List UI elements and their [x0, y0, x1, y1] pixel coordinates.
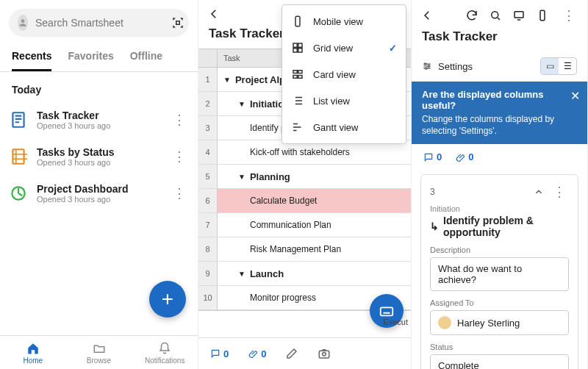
edit-icon[interactable] [285, 347, 298, 360]
tab-recents[interactable]: Recents [12, 50, 51, 71]
home-pane: Recents Favorites Offline Today Task Tra… [0, 0, 198, 369]
nav-browse[interactable]: Browse [66, 336, 132, 369]
tab-offline[interactable]: Offline [130, 50, 162, 71]
grid-row[interactable]: 9▼Launch [198, 262, 411, 286]
settings-label[interactable]: Settings [438, 61, 473, 72]
search-bar[interactable] [9, 9, 189, 37]
desc-value: What do we want to achieve? [438, 263, 561, 285]
comments-button[interactable]: 0 [210, 348, 229, 359]
overflow-icon[interactable]: ⋮ [559, 7, 578, 24]
device-icon[interactable] [536, 9, 549, 22]
file-type-icon [9, 182, 28, 204]
cell-text: Risk Management Plan [250, 244, 341, 254]
view-list-btn[interactable]: ☰ [559, 58, 576, 74]
banner-close-icon[interactable]: ✕ [570, 89, 580, 103]
search-input[interactable] [35, 17, 164, 29]
row-num: 8 [198, 237, 218, 261]
file-sub: Opened 3 hours ago [37, 158, 161, 167]
back-icon[interactable] [420, 9, 434, 22]
avatar[interactable] [18, 15, 28, 31]
file-item[interactable]: Tasks by StatusOpened 3 hours ago⋮ [0, 138, 198, 175]
nav-notifications-label: Notifications [145, 357, 184, 365]
card-pane: ⋮ Task Tracker Settings ▭ ☰ Are the disp… [412, 0, 588, 369]
row-num: 3 [198, 116, 218, 140]
svg-rect-12 [293, 76, 297, 79]
cell-text: Communication Plan [250, 220, 331, 230]
settings-row: Settings ▭ ☰ [412, 51, 587, 82]
card-title: ↳ Identify problem & opportunity [430, 215, 569, 238]
cell-text: Monitor progress [250, 293, 316, 303]
add-fab[interactable]: + [149, 281, 186, 318]
caret-icon[interactable]: ▼ [238, 270, 245, 278]
file-item[interactable]: Project DashboardOpened 3 hours ago⋮ [0, 175, 198, 212]
cell-task[interactable]: ▼Planning [218, 165, 411, 188]
task-card[interactable]: 3 ⋮ Initiation ↳ Identify problem & oppo… [420, 174, 578, 369]
grid-row[interactable]: 5▼Planning [198, 165, 411, 189]
card-sheet-title: Task Tracker [412, 26, 587, 51]
cell-task[interactable]: ▼Launch [218, 262, 411, 285]
grid-row[interactable]: 6Calculate Budget [198, 189, 411, 213]
col-task[interactable]: Task [218, 49, 246, 67]
strip-comments[interactable]: 0 [423, 151, 442, 162]
nav-notifications[interactable]: Notifications [132, 336, 198, 369]
cell-task[interactable]: Communication Plan [218, 213, 411, 237]
present-icon[interactable] [512, 9, 526, 22]
row-num: 9 [198, 262, 218, 285]
bottom-nav: Home Browse Notifications [0, 335, 198, 369]
file-item[interactable]: Task TrackerOpened 3 hours ago⋮ [0, 101, 198, 138]
tab-favorites[interactable]: Favorites [68, 50, 113, 71]
row-num: 4 [198, 140, 218, 164]
file-overflow-icon[interactable]: ⋮ [170, 112, 189, 128]
row-num: 5 [198, 165, 218, 188]
desc-field[interactable]: What do we want to achieve? [430, 257, 569, 291]
view-toggle: ▭ ☰ [540, 57, 577, 75]
view-option-label: Grid view [313, 43, 353, 54]
svg-rect-7 [298, 43, 302, 47]
view-option-label: List view [313, 96, 350, 107]
desc-label: Description [430, 246, 569, 254]
caret-icon[interactable]: ▼ [238, 173, 245, 181]
card-overflow-icon[interactable]: ⋮ [550, 184, 569, 200]
svg-rect-18 [514, 12, 523, 18]
file-name: Tasks by Status [37, 146, 161, 158]
strip-attachments[interactable]: 0 [455, 151, 473, 162]
attachments-button[interactable]: 0 [248, 348, 266, 359]
view-option-list[interactable]: List view [282, 87, 406, 114]
row-num: 7 [198, 213, 218, 237]
camera-icon[interactable] [318, 347, 331, 360]
view-option-gantt[interactable]: Gantt view [282, 114, 406, 140]
file-overflow-icon[interactable]: ⋮ [170, 148, 189, 165]
view-option-label: Card view [313, 69, 356, 80]
view-option-mobile[interactable]: Mobile view [282, 8, 406, 35]
file-sub: Opened 3 hours ago [37, 195, 161, 204]
nav-home-label: Home [23, 357, 43, 365]
view-option-card[interactable]: Card view [282, 61, 406, 87]
nav-home[interactable]: Home [0, 336, 66, 369]
scan-icon[interactable] [171, 16, 184, 29]
settings-icon[interactable] [422, 61, 432, 71]
nav-browse-label: Browse [87, 357, 111, 365]
search-icon[interactable] [489, 9, 502, 22]
grid-row[interactable]: 8Risk Management Plan [198, 237, 411, 262]
status-field[interactable]: Complete [430, 354, 569, 369]
cell-task[interactable]: Risk Management Plan [218, 237, 411, 261]
svg-rect-11 [298, 71, 302, 74]
grid-row[interactable]: 7Communication Plan [198, 213, 411, 237]
view-card-btn[interactable]: ▭ [541, 58, 559, 74]
caret-icon[interactable]: ▼ [238, 100, 245, 108]
strip-comments-count: 0 [437, 151, 442, 162]
caret-icon[interactable]: ▼ [223, 76, 231, 84]
refresh-icon[interactable] [465, 9, 478, 22]
back-icon[interactable] [207, 7, 220, 21]
banner-text: Change the columns displayed by selectin… [422, 114, 577, 137]
attachments-count: 0 [261, 348, 266, 359]
svg-point-0 [21, 19, 25, 23]
file-type-icon [9, 109, 28, 131]
view-option-grid[interactable]: Grid view✓ [282, 35, 406, 61]
cell-task[interactable]: Calculate Budget [218, 189, 411, 212]
file-list: Task TrackerOpened 3 hours ago⋮Tasks by … [0, 101, 198, 212]
collapse-icon[interactable] [534, 187, 544, 197]
assigned-field[interactable]: Harley Sterling [430, 310, 569, 335]
file-overflow-icon[interactable]: ⋮ [170, 185, 189, 201]
card-parent: Initiation [430, 204, 569, 213]
